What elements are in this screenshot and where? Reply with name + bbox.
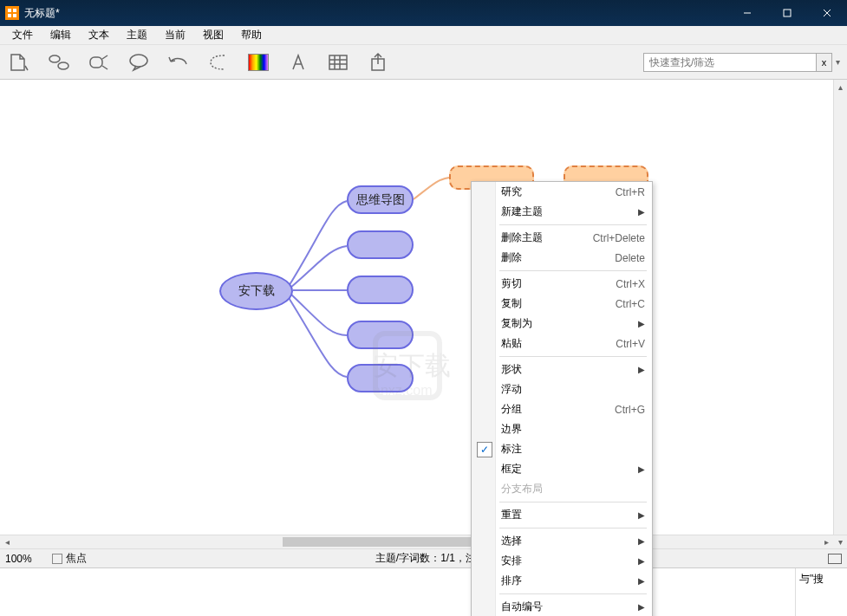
context-item: 分支布局: [472, 479, 652, 499]
canvas-area[interactable]: 安下载 思维导图 安下载 anxz.com ▴: [0, 80, 847, 535]
context-item[interactable]: 浮动: [472, 379, 652, 399]
focus-checkbox[interactable]: [52, 554, 62, 564]
scroll-right-icon[interactable]: ▸: [819, 535, 833, 548]
context-item-label: 排序: [501, 574, 522, 588]
callout-icon[interactable]: [127, 50, 151, 75]
calendar-icon[interactable]: [326, 50, 350, 75]
search-dropdown-icon[interactable]: ▾: [836, 57, 840, 67]
context-item[interactable]: ✓标注: [472, 439, 652, 459]
svg-point-9: [58, 62, 68, 69]
context-item[interactable]: 重置▶: [472, 505, 652, 525]
close-button[interactable]: [807, 0, 847, 26]
context-item-label: 研究: [501, 185, 522, 199]
svg-rect-0: [8, 9, 11, 12]
shortcut-label: Ctrl+V: [616, 338, 645, 350]
context-item-label: 框定: [501, 462, 522, 477]
shortcut-label: Ctrl+G: [615, 404, 645, 416]
context-item[interactable]: 复制为▶: [472, 314, 652, 334]
scroll-down-icon[interactable]: ▾: [833, 535, 847, 548]
undo-icon[interactable]: [166, 50, 191, 75]
minimize-button[interactable]: [727, 0, 767, 26]
menu-view[interactable]: 视图: [194, 26, 232, 44]
shortcut-label: Delete: [615, 252, 645, 264]
context-item-label: 形状: [501, 362, 522, 377]
context-item[interactable]: 选择▶: [472, 531, 652, 551]
search-clear-button[interactable]: x: [817, 53, 832, 72]
submenu-arrow-icon: ▶: [638, 207, 645, 217]
context-item-label: 选择: [501, 534, 522, 548]
svg-rect-1: [13, 9, 16, 12]
menu-file[interactable]: 文件: [3, 26, 42, 44]
nodes-icon[interactable]: [47, 50, 71, 75]
context-item[interactable]: 边界: [472, 419, 652, 439]
boundary-icon[interactable]: [206, 50, 231, 75]
menu-text[interactable]: 文本: [80, 26, 118, 44]
submenu-arrow-icon: ▶: [638, 319, 645, 328]
scroll-thumb[interactable]: [283, 537, 482, 547]
statusbar: 100% 焦点 主题/字词数：1/1，注释/字词数：0/: [0, 548, 847, 567]
context-item[interactable]: 框定▶: [472, 459, 652, 479]
svg-point-13: [130, 55, 147, 67]
context-item-label: 删除主题: [501, 230, 543, 245]
context-item[interactable]: 自动编号▶: [472, 597, 652, 616]
split-icon[interactable]: [87, 50, 111, 75]
context-item-label: 自动编号: [501, 600, 543, 614]
zoom-level[interactable]: 100%: [5, 553, 49, 565]
context-item-label: 复制: [501, 296, 522, 311]
color-icon[interactable]: [246, 50, 270, 75]
child-label-0: 思维导图: [356, 192, 405, 208]
child-node-2[interactable]: [347, 276, 414, 304]
context-separator: [499, 528, 647, 528]
scroll-up-icon[interactable]: ▴: [834, 80, 847, 94]
share-icon[interactable]: [366, 50, 390, 75]
child-node-0[interactable]: 思维导图: [347, 185, 414, 214]
notes-area[interactable]: [0, 568, 795, 616]
svg-rect-14: [329, 55, 347, 69]
maximize-button[interactable]: [767, 0, 807, 26]
menu-help[interactable]: 帮助: [232, 26, 270, 44]
context-separator: [499, 502, 647, 503]
new-doc-icon[interactable]: [7, 50, 31, 75]
context-separator: [499, 224, 647, 225]
context-item[interactable]: 剪切Ctrl+X: [472, 274, 652, 294]
submenu-arrow-icon: ▶: [638, 556, 645, 566]
context-item[interactable]: 安排▶: [472, 551, 652, 571]
view-mode-icon[interactable]: [828, 554, 842, 564]
shortcut-label: Ctrl+Delete: [593, 232, 645, 244]
context-item-label: 安排: [501, 554, 522, 568]
context-item[interactable]: 新建主题▶: [472, 202, 652, 222]
child-node-3[interactable]: [347, 321, 414, 349]
context-item[interactable]: 复制Ctrl+C: [472, 294, 652, 314]
context-item[interactable]: 删除主题Ctrl+Delete: [472, 228, 652, 248]
child-node-1[interactable]: [347, 230, 414, 259]
context-item[interactable]: 形状▶: [472, 360, 652, 379]
context-item[interactable]: 排序▶: [472, 571, 652, 591]
context-separator: [499, 270, 647, 271]
horizontal-scrollbar[interactable]: ◂ ▸ ▾: [0, 535, 847, 548]
menu-topic[interactable]: 主题: [118, 26, 156, 44]
submenu-arrow-icon: ▶: [638, 536, 645, 546]
menu-current[interactable]: 当前: [156, 26, 194, 44]
context-item-label: 新建主题: [501, 204, 543, 219]
toolbar: x ▾: [0, 45, 847, 80]
svg-point-8: [49, 55, 60, 62]
shortcut-label: Ctrl+R: [616, 186, 645, 198]
search-input[interactable]: [643, 53, 817, 72]
menu-edit[interactable]: 编辑: [42, 26, 80, 44]
context-item[interactable]: 分组Ctrl+G: [472, 399, 652, 419]
check-icon: ✓: [477, 442, 492, 457]
context-item[interactable]: 删除Delete: [472, 248, 652, 268]
submenu-arrow-icon: ▶: [638, 602, 645, 612]
context-item[interactable]: 粘贴Ctrl+V: [472, 334, 652, 353]
bottom-panel: 与"搜: [0, 567, 847, 616]
child-node-4[interactable]: [347, 364, 414, 392]
font-icon[interactable]: [286, 50, 310, 75]
svg-rect-2: [8, 14, 11, 17]
scroll-left-icon[interactable]: ◂: [0, 535, 14, 548]
context-item[interactable]: 研究Ctrl+R: [472, 182, 652, 202]
root-node[interactable]: 安下载: [219, 272, 293, 310]
titlebar: 无标题*: [0, 0, 847, 26]
context-item-label: 标注: [501, 442, 522, 457]
vertical-scrollbar[interactable]: ▴: [833, 80, 847, 535]
context-item-label: 分组: [501, 402, 522, 417]
